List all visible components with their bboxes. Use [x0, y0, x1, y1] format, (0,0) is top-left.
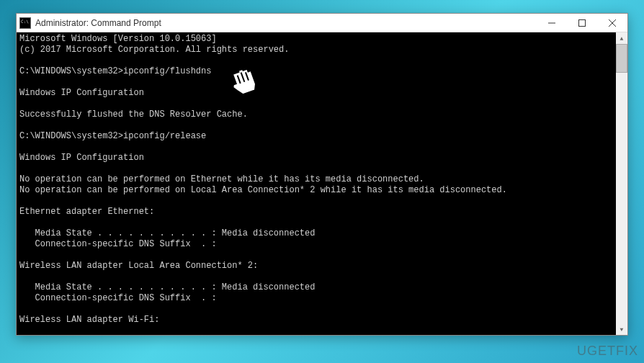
terminal-text: Microsoft Windows [Version 10.0.15063] (…: [19, 34, 507, 335]
scroll-up-arrow[interactable]: ▲: [616, 32, 627, 44]
svg-rect-1: [579, 19, 586, 26]
scrollbar-thumb[interactable]: [616, 44, 627, 73]
window-title: Administrator: Command Prompt: [35, 18, 537, 28]
minimize-button[interactable]: [537, 14, 567, 32]
cmd-icon: [19, 17, 31, 29]
maximize-button[interactable]: [567, 14, 597, 32]
watermark: UGETFIX: [577, 344, 638, 359]
watermark-text: UGETFIX: [577, 344, 638, 358]
close-button[interactable]: [597, 14, 627, 32]
vertical-scrollbar[interactable]: ▲ ▼: [616, 32, 627, 335]
scroll-down-arrow[interactable]: ▼: [616, 323, 627, 335]
command-prompt-window: Administrator: Command Prompt Microsoft …: [16, 13, 628, 336]
terminal-output[interactable]: Microsoft Windows [Version 10.0.15063] (…: [17, 32, 627, 335]
titlebar[interactable]: Administrator: Command Prompt: [17, 14, 627, 32]
window-controls: [537, 14, 627, 32]
